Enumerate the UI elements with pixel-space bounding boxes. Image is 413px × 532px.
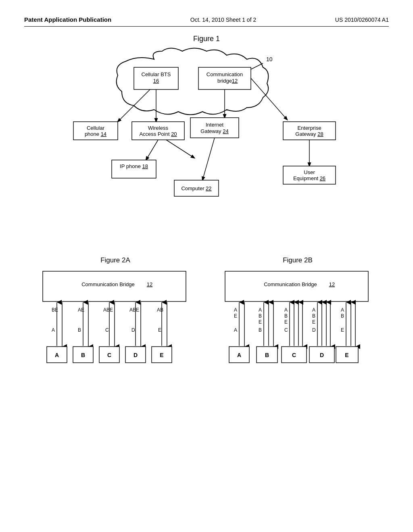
wap-to-igw-line	[166, 140, 194, 158]
col2c-top-label2: B	[284, 313, 288, 319]
figure2b-title: Figure 2B	[213, 256, 382, 264]
internet-gw-box	[190, 118, 239, 138]
enterprise-gw-text2: Gateway 28	[295, 131, 323, 137]
user-equipment-text1: User	[304, 169, 315, 175]
col2b-top-label3: E	[259, 319, 262, 325]
col-b-box-label: B	[81, 352, 85, 358]
figure1-svg: 10 Communication bridge 12 Cellular BTS …	[25, 47, 388, 237]
figure2a-title: Figure 2A	[31, 256, 200, 264]
figures-row: Figure 2A Communication Bridge 12 BE A A…	[24, 256, 389, 375]
internet-gw-text1: Internet	[206, 122, 223, 128]
figure2b-svg: Communication Bridge 12 A E A A A B E B	[213, 269, 374, 374]
cellular-phone-text1: Cellular	[87, 125, 105, 131]
col-b-bottom-label: B	[78, 327, 81, 333]
page: Patent Application Publication Oct. 14, …	[0, 0, 413, 532]
ref-10: 10	[266, 56, 273, 62]
col2c-top-label1: A	[284, 307, 288, 313]
comm-bridge-text1: Communication	[206, 71, 243, 77]
col-d-bottom-label: D	[131, 327, 135, 333]
bridge-label-2b-num: 12	[329, 281, 335, 287]
user-equipment-text2: Equipment 26	[293, 175, 325, 181]
col2c-box-label: C	[292, 352, 296, 358]
bridge-to-enterprise-line	[251, 78, 287, 120]
figure1-title: Figure 1	[24, 35, 389, 43]
bridge-label-2a-num: 12	[147, 281, 152, 287]
col2b-top-label1: A	[259, 307, 262, 313]
col2b-top-label2: B	[259, 313, 262, 319]
bridge-label-2a-text1: Communication Bridge	[81, 281, 135, 287]
cellular-phone-text2: phone 14	[85, 131, 106, 137]
col2e-box-label: E	[345, 352, 348, 358]
col2d-bottom-label: D	[312, 327, 316, 333]
ref-arrow	[251, 63, 263, 69]
cellular-bts-text2: 16	[153, 78, 159, 84]
col2c-bottom-label: C	[284, 327, 288, 333]
col2d-top-label1: A	[312, 307, 315, 313]
col2a-top-label1: A	[234, 307, 237, 313]
col-e-box-label: E	[160, 352, 163, 358]
bts-to-phone-line	[118, 89, 150, 122]
col-c-top-label: ABE	[103, 307, 113, 313]
cellular-bts-text1: Cellular BTS	[142, 71, 171, 77]
col-d-box-label: D	[133, 352, 138, 358]
col-e-top-label: AB	[157, 307, 163, 313]
comm-bridge-text3: 12	[232, 78, 238, 84]
col2c-top-label3: E	[284, 319, 288, 325]
col-c-box-label: C	[107, 352, 111, 358]
col-a-bottom-label: A	[52, 327, 55, 333]
header: Patent Application Publication Oct. 14, …	[24, 16, 389, 27]
wap-to-ipphone-line	[146, 140, 158, 160]
figure2b-block: Figure 2B Communication Bridge 12 A E A …	[213, 256, 382, 375]
ip-phone-text1: IP phone 18	[120, 163, 148, 169]
computer-text: Computer 22	[181, 185, 211, 191]
col-e-bottom-label: E	[158, 327, 161, 333]
col2b-bottom-label: B	[259, 327, 262, 333]
internet-gw-text2: Gateway 24	[200, 128, 228, 134]
header-right: US 2010/0260074 A1	[335, 17, 389, 23]
col-c-bottom-label: C	[105, 327, 109, 333]
col2e-top-label1: A	[341, 307, 344, 313]
col2d-top-label3: E	[312, 319, 315, 325]
col2a-top-label2: E	[234, 313, 237, 319]
wireless-ap-text2: Access Point 20	[139, 131, 177, 137]
figure1-container: Figure 1 10 Communication bridge 12 Cell…	[24, 35, 389, 244]
col2d-top-label2: B	[312, 313, 315, 319]
header-center: Oct. 14, 2010 Sheet 1 of 2	[190, 17, 256, 23]
col-d-top-label: ABE	[129, 307, 139, 313]
igw-to-computer-line	[202, 138, 215, 180]
col-a-top-label: BE	[52, 307, 58, 313]
col2e-bottom-label: E	[341, 327, 344, 333]
col-a-box-label: A	[55, 352, 59, 358]
col2a-bottom-label: A	[234, 327, 237, 333]
figure2a-svg: Communication Bridge 12 BE A A AE B B	[31, 269, 192, 374]
col-b-top-label: AE	[78, 307, 84, 313]
wireless-ap-text1: Wireless	[148, 125, 168, 131]
header-left: Patent Application Publication	[24, 16, 111, 23]
col2a-box-label: A	[237, 352, 241, 358]
col2e-top-label2: B	[341, 313, 344, 319]
comm-bridge-text2: bridge	[217, 78, 232, 84]
col2d-box-label: D	[320, 352, 324, 358]
enterprise-gw-text1: Enterprise	[297, 125, 321, 131]
col2b-box-label: B	[265, 352, 269, 358]
figure2a-block: Figure 2A Communication Bridge 12 BE A A…	[31, 256, 200, 375]
bridge-label-2b-text1: Communication Bridge	[264, 281, 317, 287]
